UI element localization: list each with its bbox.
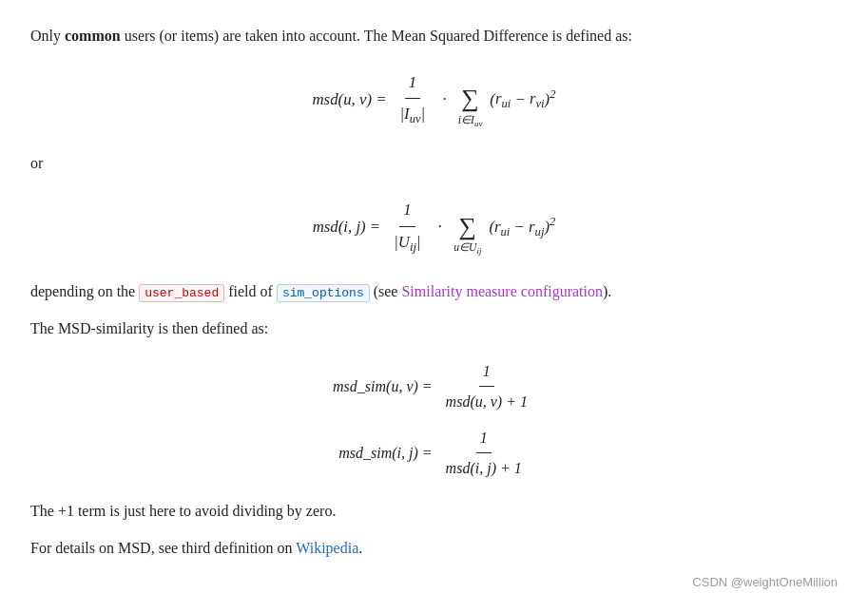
main-content: Only common users (or items) are taken i… <box>30 23 838 593</box>
credit-text: CSDN @weightOneMillion <box>30 572 838 593</box>
sim-row-uv: msd_sim(u, v) = 1 msd(u, v) + 1 <box>30 358 838 414</box>
eq1-sigma: ∑ <box>461 86 478 111</box>
sim-uv-denom: msd(u, v) + 1 <box>442 387 531 414</box>
details-text-2: . <box>358 540 362 556</box>
sim-ij-numer: 1 <box>476 425 492 453</box>
wikipedia-link[interactable]: Wikipedia <box>296 540 358 556</box>
intro-bold: common <box>65 28 121 44</box>
eq1-dot: · <box>438 86 451 114</box>
eq1-denom: |Iuv| <box>395 99 429 130</box>
details-text-1: For details on MSD, see third definition… <box>30 540 296 556</box>
intro-text-1: Only <box>30 28 65 44</box>
depending-text-1: depending on the <box>30 283 139 299</box>
eq2-sigma: ∑ <box>459 215 476 239</box>
equation-msd-uv-row: msd(u, v) = 1 |Iuv| · ∑ i∈Iuv (rui − rvi… <box>30 67 838 131</box>
eq2-numer: 1 <box>399 197 415 227</box>
equation-msd-ij: msd(i, j) = 1 |Uij| · ∑ u∈Uij (rui − ruj… <box>30 196 838 259</box>
eq2-sum: ∑ u∈Uij <box>453 196 481 259</box>
plus1-paragraph: The +1 term is just here to avoid dividi… <box>30 498 838 524</box>
equation-msd-ij-row: msd(i, j) = 1 |Uij| · ∑ u∈Uij (rui − ruj… <box>30 196 838 259</box>
eq1-sum-under: i∈Iuv <box>458 111 483 131</box>
eq2-fraction: 1 |Uij| <box>390 197 424 258</box>
eq2-rhs: (rui − ruj)2 <box>489 212 555 242</box>
eq1-fraction: 1 |Iuv| <box>395 69 429 130</box>
plus1-text: The +1 term is just here to avoid dividi… <box>30 503 336 519</box>
eq1-sum-top <box>469 67 472 86</box>
eq1-numer: 1 <box>405 69 420 100</box>
sim-row-ij: msd_sim(i, j) = 1 msd(i, j) + 1 <box>30 425 838 481</box>
intro-text-2: users (or items) are taken into account.… <box>121 28 632 44</box>
depending-text-4: ). <box>603 283 611 299</box>
depending-text-2: field of <box>224 283 277 299</box>
sim-options-badge: sim_options <box>277 284 370 302</box>
or-label: or <box>30 150 838 176</box>
eq1-rhs: (rui − rvi)2 <box>490 85 555 115</box>
msd-sim-equations: msd_sim(u, v) = 1 msd(u, v) + 1 msd_sim(… <box>30 358 838 481</box>
intro-paragraph: Only common users (or items) are taken i… <box>30 23 838 48</box>
similarity-link[interactable]: Similarity measure configuration <box>401 283 603 299</box>
sim-uv-numer: 1 <box>479 358 494 387</box>
sim-ij-lhs: msd_sim(i, j) = <box>338 440 432 466</box>
depending-text-3: (see <box>370 283 402 299</box>
eq2-lhs: msd(i, j) = <box>313 214 380 241</box>
sim-ij-denom: msd(i, j) + 1 <box>442 453 526 481</box>
sim-ij-fraction: 1 msd(i, j) + 1 <box>442 425 526 481</box>
eq2-sum-under: u∈Uij <box>453 239 481 258</box>
sim-uv-lhs: msd_sim(u, v) = <box>333 373 433 399</box>
eq2-dot: · <box>434 214 447 241</box>
eq1-lhs: msd(u, v) = <box>313 86 387 114</box>
msd-similarity-text: The MSD-similarity is then defined as: <box>30 316 838 341</box>
eq1-sum: ∑ i∈Iuv <box>458 67 483 131</box>
equation-msd-uv: msd(u, v) = 1 |Iuv| · ∑ i∈Iuv (rui − rvi… <box>30 67 838 131</box>
eq2-sum-top <box>466 196 469 215</box>
depending-paragraph: depending on the user_based field of sim… <box>30 278 838 304</box>
eq2-denom: |Uij| <box>390 227 424 258</box>
sim-uv-fraction: 1 msd(u, v) + 1 <box>442 358 531 414</box>
user-based-badge: user_based <box>139 284 224 302</box>
details-paragraph: For details on MSD, see third definition… <box>30 535 838 561</box>
